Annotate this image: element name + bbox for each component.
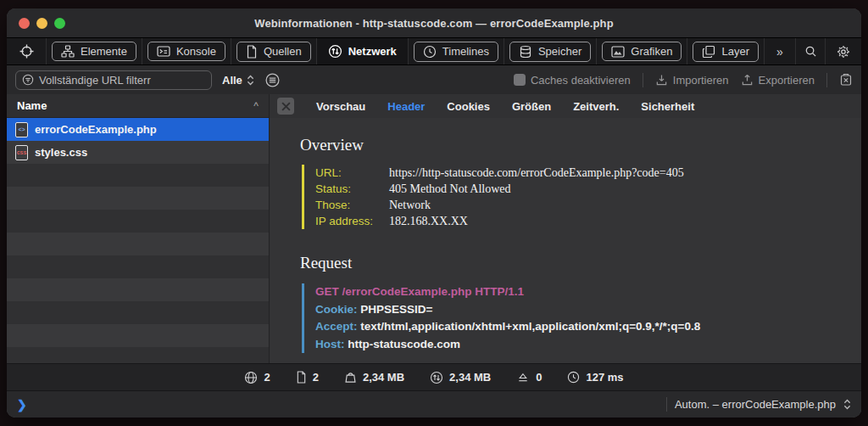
resource-detail-panel: Vorschau Header Cookies Größen Zeitverh.… xyxy=(270,94,861,363)
layers-icon xyxy=(702,45,715,59)
sort-ascending-icon: ^ xyxy=(253,100,259,112)
console-prompt-chevron[interactable]: ❯ xyxy=(17,398,27,412)
database-icon xyxy=(519,45,532,59)
request-block: GET /errorCodeExample.php HTTP/1.1 Cooki… xyxy=(302,283,844,353)
overview-row: URL: https://http-statuscode.com/errorCo… xyxy=(315,165,844,181)
tab-label: Netzwerk xyxy=(348,45,397,58)
window-title: Webinformationen - http-statuscode.com —… xyxy=(254,17,613,30)
tab-label: Layer xyxy=(721,45,749,58)
search-icon xyxy=(804,45,817,58)
network-main-area: Name ^ <> errorCodeExample.php css style… xyxy=(7,94,861,363)
settings-button[interactable] xyxy=(826,38,861,64)
css-file-icon: css xyxy=(15,145,28,160)
request-heading: Request xyxy=(300,254,844,272)
overview-block: URL: https://http-statuscode.com/errorCo… xyxy=(302,165,844,229)
header-detail-content: Overview URL: https://http-statuscode.co… xyxy=(270,118,861,363)
file-name: styles.css xyxy=(35,146,87,159)
name-column-header[interactable]: Name ^ xyxy=(7,94,269,118)
stat-resources: 2 xyxy=(296,371,319,384)
stat-transferred: 2,34 MB xyxy=(430,371,491,384)
hierarchy-icon xyxy=(61,45,75,58)
resource-list-sidebar: Name ^ <> errorCodeExample.php css style… xyxy=(7,94,270,363)
request-header-row: Accept: text/html,application/xhtml+xml,… xyxy=(315,318,844,336)
element-picker-button[interactable] xyxy=(7,38,47,64)
tab-layer[interactable]: Layer xyxy=(687,38,765,64)
detail-tab-header[interactable]: Header xyxy=(387,100,425,113)
tab-label: Grafiken xyxy=(631,45,672,58)
weight-icon xyxy=(344,371,357,384)
resource-type-dropdown[interactable]: Alle xyxy=(222,74,254,87)
caches-deactivate-toggle[interactable]: Caches deaktivieren xyxy=(514,74,631,87)
request-header-row: Host: http-statuscode.com xyxy=(315,336,844,354)
filter-text: Vollständige URL filterr xyxy=(39,74,151,87)
document-icon xyxy=(296,371,307,384)
clear-network-items-button[interactable] xyxy=(839,73,853,87)
crosshair-icon xyxy=(19,44,34,59)
globe-icon xyxy=(244,371,258,384)
clock-icon xyxy=(567,371,580,384)
divider xyxy=(643,73,643,87)
caches-label: Caches deaktivieren xyxy=(531,74,631,87)
execution-context-dropdown[interactable]: Autom. – errorCodeExample.php xyxy=(675,398,836,411)
filter-icon xyxy=(22,74,34,86)
detail-tab-bar: Vorschau Header Cookies Größen Zeitverh.… xyxy=(270,94,861,118)
tab-timelines[interactable]: Timelines xyxy=(409,38,504,64)
upload-arrow-icon xyxy=(516,371,530,384)
transfer-icon xyxy=(430,371,443,384)
overview-row: IP address: 182.168.XX.XX xyxy=(315,213,844,229)
console-prompt-bar: ❯ Autom. – errorCodeExample.php xyxy=(7,390,861,418)
upload-icon xyxy=(741,74,754,87)
request-header-row: Cookie: PHPSESSID= xyxy=(315,301,844,319)
detail-tab-vorschau[interactable]: Vorschau xyxy=(316,100,365,113)
web-inspector-window: Webinformationen - http-statuscode.com —… xyxy=(7,8,861,418)
file-name: errorCodeExample.php xyxy=(35,123,157,136)
tab-grafiken[interactable]: Grafiken xyxy=(597,38,687,64)
chevrons-right-icon: » xyxy=(776,45,783,59)
tab-label: Konsole xyxy=(176,45,216,58)
detail-tab-sicherheit[interactable]: Sicherheit xyxy=(641,100,694,113)
tab-konsole[interactable]: Konsole xyxy=(142,38,231,64)
overflow-tabs-button[interactable]: » xyxy=(765,38,796,64)
checkbox-icon xyxy=(514,74,526,86)
detail-tab-cookies[interactable]: Cookies xyxy=(447,100,490,113)
stat-load-time: 127 ms xyxy=(567,371,623,384)
tab-label: Timelines xyxy=(442,45,489,58)
resource-row-errorcodeexample[interactable]: <> errorCodeExample.php xyxy=(7,118,269,141)
url-filter-input[interactable]: Vollständige URL filterr xyxy=(15,70,212,90)
network-filter-bar: Vollständige URL filterr Alle Caches dea… xyxy=(7,65,861,94)
tab-netzwerk[interactable]: Netzwerk xyxy=(317,38,409,64)
zoom-window-button[interactable] xyxy=(54,18,65,29)
chevron-up-down-icon xyxy=(843,399,851,410)
tab-quellen[interactable]: Quellen xyxy=(231,38,317,64)
divider xyxy=(826,73,827,87)
network-icon xyxy=(328,44,342,59)
stat-uploaded: 0 xyxy=(516,371,542,384)
overview-row: Status: 405 Method Not Allowed xyxy=(315,181,844,197)
document-icon xyxy=(246,45,258,59)
resource-rows: <> errorCodeExample.php css styles.css xyxy=(7,118,269,363)
overview-heading: Overview xyxy=(300,136,844,154)
tab-label: Quellen xyxy=(264,45,302,58)
image-icon xyxy=(611,46,625,58)
export-button[interactable]: Exportieren xyxy=(741,74,815,87)
tab-label: Elemente xyxy=(81,45,127,58)
resource-row-styles[interactable]: css styles.css xyxy=(7,141,269,164)
php-file-icon: <> xyxy=(15,122,28,137)
tab-label: Speicher xyxy=(538,45,581,58)
detail-tab-zeitverh[interactable]: Zeitverh. xyxy=(573,100,619,113)
tab-elemente[interactable]: Elemente xyxy=(47,38,142,64)
search-button[interactable] xyxy=(796,38,826,64)
overview-row: Those: Network xyxy=(315,197,844,213)
import-button[interactable]: Importieren xyxy=(655,74,729,87)
options-menu-button[interactable] xyxy=(264,72,281,88)
divider xyxy=(666,397,667,412)
minimize-window-button[interactable] xyxy=(36,18,47,29)
download-icon xyxy=(655,74,668,87)
close-window-button[interactable] xyxy=(19,18,30,29)
close-detail-button[interactable] xyxy=(277,98,294,115)
chevron-up-down-icon xyxy=(247,75,254,86)
detail-tab-groessen[interactable]: Größen xyxy=(512,100,551,113)
tab-speicher[interactable]: Speicher xyxy=(504,38,597,64)
request-line: GET /errorCodeExample.php HTTP/1.1 xyxy=(315,283,844,301)
title-bar: Webinformationen - http-statuscode.com —… xyxy=(7,8,861,37)
